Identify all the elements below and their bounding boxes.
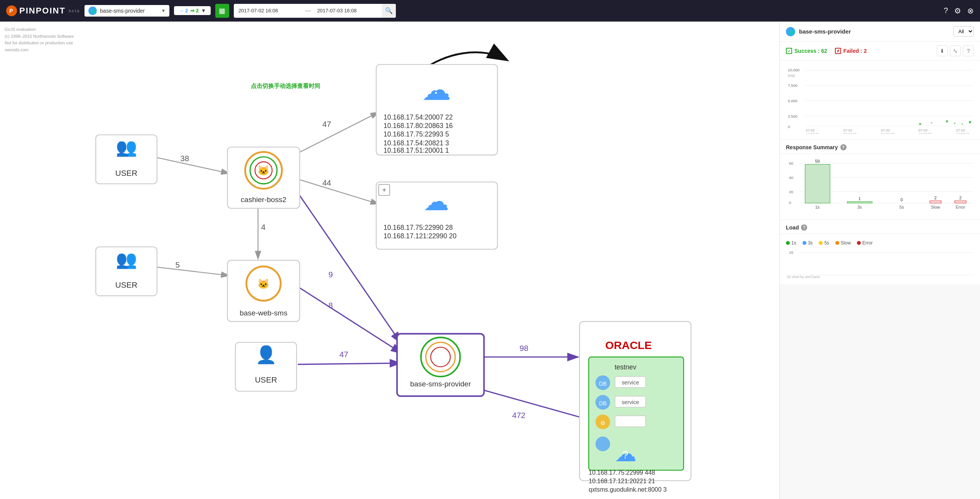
svg-rect-76 (615, 416, 645, 427)
svg-text:60: 60 (789, 161, 794, 165)
app-selector-text: base-sms-provider (100, 8, 158, 14)
annotation-text: 点击切换手动选择查看时间 (251, 83, 320, 90)
svg-line-4 (151, 156, 229, 173)
svg-text:8: 8 (328, 301, 333, 310)
bar-chart-svg: 60 40 20 0 59 1 0 2 (786, 158, 974, 212)
svg-text:base-sms-provider: base-sms-provider (410, 380, 471, 388)
logo: P PINPOINT beta (6, 5, 80, 16)
svg-text:?: ? (622, 448, 629, 461)
time-chart-svg: 10,000 7,500 5,000 2,500 0 (ms) (786, 64, 974, 134)
svg-text:Slow: Slow (931, 205, 940, 209)
flow-counter[interactable]: → 2 ⇒ 2 ▼ (174, 6, 211, 15)
svg-text:2: 2 (934, 196, 937, 200)
svg-text:16:08:31: 16:08:31 (956, 132, 970, 134)
legend-dot-3s (803, 241, 806, 245)
load-section: 1s 3s 5s Slow Error (780, 234, 980, 284)
svg-text:ORACLE: ORACLE (605, 339, 652, 351)
svg-text:👥: 👥 (116, 249, 137, 270)
svg-text:15: 15 (789, 250, 794, 255)
svg-point-97 (961, 123, 963, 125)
svg-point-96 (946, 120, 948, 123)
date-from-input[interactable] (234, 5, 303, 16)
stats-row: ✓ Success : 62 ✗ Failed : 2 ⬇ ⤡ ? (780, 42, 980, 61)
svg-text:USER: USER (115, 280, 137, 289)
github-icon[interactable]: ⊗ (967, 6, 974, 15)
svg-text:10.168.17.80:20863  16: 10.168.17.80:20863 16 (384, 122, 453, 130)
svg-text:👥: 👥 (116, 137, 137, 158)
time-chart-area: 10,000 7,500 5,000 2,500 0 (ms) (780, 61, 980, 140)
svg-text:3s: 3s (857, 205, 862, 209)
date-to-input[interactable] (313, 5, 382, 16)
download-button[interactable]: ⬇ (937, 46, 948, 56)
panel-filter-select[interactable]: All (953, 26, 974, 37)
svg-text:5: 5 (175, 260, 179, 269)
legend-dot-error (857, 241, 861, 245)
svg-text:5,000: 5,000 (788, 99, 798, 103)
app-selector[interactable]: base-sms-provider ▼ (84, 5, 169, 17)
date-search-button[interactable]: 🔍 (382, 4, 396, 18)
svg-text:0: 0 (901, 197, 903, 202)
svg-point-94 (919, 123, 921, 125)
svg-text:(ms): (ms) (788, 74, 795, 78)
svg-text:1s: 1s (815, 205, 820, 209)
svg-point-98 (969, 121, 971, 123)
svg-text:?: ? (431, 78, 441, 97)
svg-text:service: service (622, 399, 639, 405)
chevron-down-icon: ▼ (161, 8, 166, 13)
success-check-icon: ✓ (786, 48, 792, 54)
legend-5s: 5s (819, 240, 829, 246)
svg-rect-118 (805, 164, 830, 203)
panel-header: base-sms-provider All (780, 22, 980, 42)
svg-rect-126 (955, 201, 966, 203)
expand-button[interactable]: ⤡ (950, 46, 961, 56)
svg-rect-120 (847, 202, 872, 203)
svg-text:USER: USER (255, 375, 277, 384)
legend-1s: 1s (786, 240, 796, 246)
svg-text:Error: Error (956, 205, 965, 209)
svg-line-8 (292, 112, 378, 156)
svg-text:7,500: 7,500 (788, 83, 798, 88)
watermark: GoJS evaluation (c) 1998–2015 Northwoods… (5, 26, 74, 53)
svg-text:07-03: 07-03 (956, 128, 965, 132)
legend-3s: 3s (803, 240, 813, 246)
svg-text:👤: 👤 (255, 344, 277, 365)
svg-text:4: 4 (261, 223, 265, 231)
calendar-button[interactable]: ▦ (215, 4, 229, 18)
load-title: Load ? (780, 220, 980, 234)
load-legend: 1s 3s 5s Slow Error (786, 238, 974, 248)
svg-text:1: 1 (858, 196, 861, 201)
svg-text:10,000: 10,000 (788, 68, 800, 72)
svg-text:10.168.17.121:20221   21: 10.168.17.121:20221 21 (589, 478, 655, 484)
svg-rect-124 (930, 201, 941, 203)
svg-line-18 (298, 363, 401, 364)
failed-label: Failed : 2 (843, 48, 867, 54)
success-stat: ✓ Success : 62 (786, 48, 827, 54)
svg-text:16:08:31: 16:08:31 (806, 132, 819, 134)
svg-text:USER: USER (115, 169, 137, 177)
svg-text:DB: DB (599, 400, 607, 406)
svg-text:10.168.17.54:20821    3: 10.168.17.54:20821 3 (384, 139, 449, 147)
svg-text:07-02: 07-02 (843, 128, 852, 132)
svg-point-77 (595, 437, 610, 451)
svg-text:10.168.17.51:20001    1: 10.168.17.51:20001 1 (384, 147, 449, 154)
svg-text:10.168.17.75:22990  28: 10.168.17.75:22990 28 (384, 224, 453, 231)
legend-dot-slow (835, 241, 839, 245)
svg-text:22:08:31: 22:08:31 (843, 132, 857, 134)
app-selector-icon (88, 7, 97, 15)
load-help[interactable]: ? (801, 224, 807, 231)
calendar-icon: ▦ (219, 7, 225, 15)
failed-stat: ✗ Failed : 2 (835, 48, 867, 54)
settings-icon[interactable]: ⚙ (954, 6, 961, 15)
help-icon[interactable]: ? (944, 6, 948, 15)
svg-text:cashier-boss2: cashier-boss2 (241, 196, 286, 204)
svg-text:20: 20 (789, 190, 794, 194)
collapse-toggle[interactable]: ▼ (779, 22, 780, 37)
main: GoJS evaluation (c) 1998–2015 Northwoods… (0, 22, 980, 499)
bar-chart-area: 60 40 20 0 59 1 0 2 (780, 154, 980, 220)
date-range: — 🔍 (234, 4, 396, 18)
panel-help-button[interactable]: ? (963, 46, 974, 56)
success-label: Success : 62 (794, 48, 827, 54)
svg-text:07-03: 07-03 (881, 128, 890, 132)
response-summary-help[interactable]: ? (840, 144, 847, 150)
panel-app-icon (786, 27, 795, 36)
